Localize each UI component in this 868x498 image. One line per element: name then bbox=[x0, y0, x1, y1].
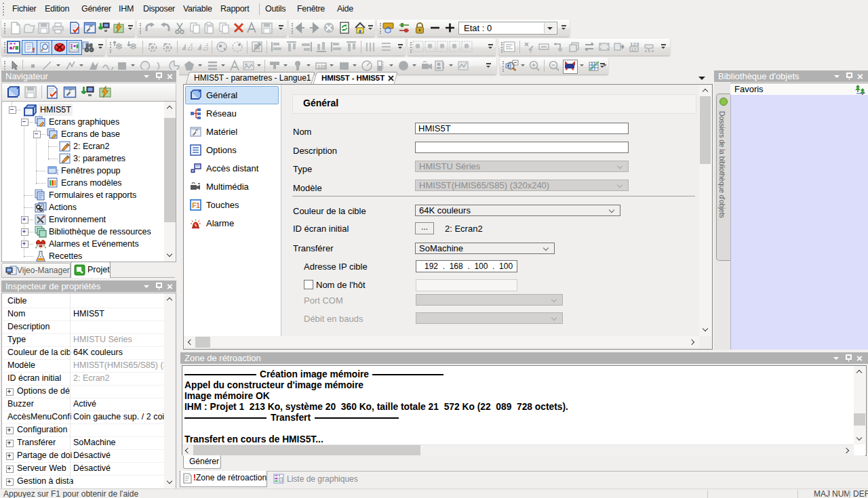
svg-text:12: 12 bbox=[631, 47, 637, 52]
svg-text:123: 123 bbox=[317, 64, 326, 70]
svg-text:y: y bbox=[530, 47, 532, 53]
